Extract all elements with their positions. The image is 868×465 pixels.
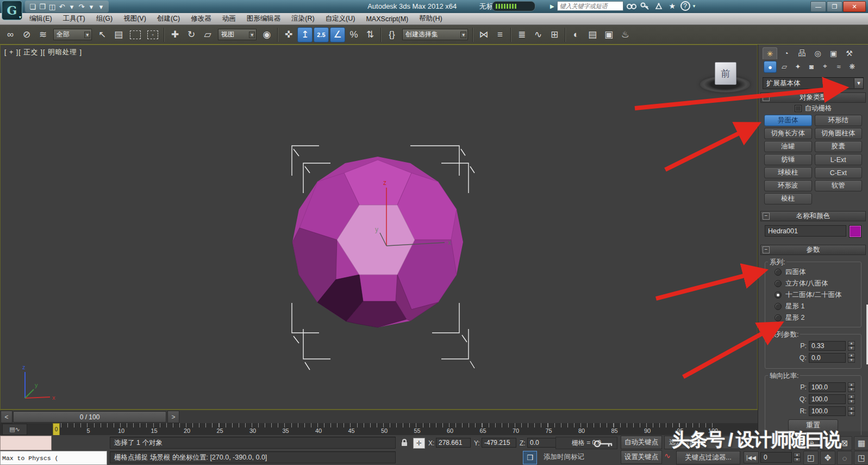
menu-item[interactable]: 创建(C) bbox=[152, 14, 185, 23]
zoom-icon[interactable]: ⊕ bbox=[803, 436, 819, 450]
menu-item[interactable]: 帮助(H) bbox=[414, 14, 447, 23]
use-pivot-center-icon[interactable]: ◉ bbox=[259, 27, 274, 42]
cat-helpers-icon[interactable]: ⌖ bbox=[819, 61, 831, 72]
maximize-viewport-icon[interactable]: ◳ bbox=[854, 451, 868, 465]
help-dropdown-icon[interactable]: ▾ bbox=[693, 3, 696, 9]
axis-r-field[interactable]: 100.0 bbox=[809, 406, 846, 416]
menu-item[interactable]: 工具(T) bbox=[58, 14, 91, 23]
radio-option[interactable]: 星形 1 bbox=[768, 301, 858, 312]
tab-modify-icon[interactable]: ◔ bbox=[779, 47, 793, 59]
layer-manager-icon[interactable]: ≣ bbox=[514, 27, 529, 42]
object-type-button[interactable]: 切角圆柱体 bbox=[815, 128, 863, 139]
menu-item[interactable]: 图形编辑器 bbox=[241, 14, 286, 23]
selection-lock-icon[interactable] bbox=[400, 438, 409, 447]
tab-hierarchy-icon[interactable]: 品 bbox=[795, 47, 809, 59]
subscription-key-icon[interactable] bbox=[640, 1, 651, 11]
snaps-toggle-icon[interactable]: 2.5 bbox=[314, 27, 329, 42]
add-time-tag[interactable]: 添加时间标记 bbox=[544, 452, 584, 462]
viewcube[interactable]: 前 bbox=[697, 60, 753, 94]
angle-snap-icon[interactable]: ∠ bbox=[330, 27, 345, 42]
undo-icon[interactable]: ↶ bbox=[58, 2, 66, 11]
communication-center-icon[interactable] bbox=[653, 1, 664, 11]
absolute-mode-icon[interactable]: ✛ bbox=[413, 438, 425, 449]
rollout-header-parameters[interactable]: − 参数 bbox=[760, 245, 866, 255]
cat-shapes-icon[interactable]: ▱ bbox=[778, 61, 790, 72]
collapse-icon[interactable]: − bbox=[763, 246, 770, 253]
minimize-button[interactable]: — bbox=[810, 1, 826, 12]
viewcube-front-face[interactable]: 前 bbox=[715, 62, 736, 85]
align-icon[interactable]: ≡ bbox=[492, 27, 508, 42]
time-marker[interactable]: 0 bbox=[53, 423, 60, 436]
qat-menu-icon[interactable]: ▾ bbox=[97, 2, 105, 11]
axis-r-spinner[interactable]: ▲▼ bbox=[848, 406, 855, 416]
object-type-button[interactable]: 棱柱 bbox=[764, 193, 812, 204]
tab-display-icon[interactable]: ▣ bbox=[827, 47, 840, 59]
viewport-label[interactable]: [ + ][ 正交 ][ 明暗处理 ] bbox=[4, 48, 82, 57]
subcategory-dropdown[interactable]: 扩展基本体 ▼ bbox=[763, 77, 864, 89]
render-production-icon[interactable]: ♨ bbox=[617, 27, 633, 42]
bind-to-space-warp-icon[interactable]: ≋ bbox=[35, 27, 51, 42]
object-type-button[interactable]: 切角长方体 bbox=[764, 128, 812, 139]
material-editor-icon[interactable]: ◐ bbox=[569, 27, 584, 42]
hedra-object[interactable] bbox=[292, 157, 463, 327]
select-and-rotate-icon[interactable]: ↻ bbox=[184, 27, 199, 42]
maxscript-listener-line[interactable]: Max to Physcs ( bbox=[0, 451, 107, 465]
radio-option[interactable]: 四面体 bbox=[768, 266, 858, 278]
frame-spinner[interactable]: ▲▼ bbox=[794, 452, 801, 462]
menu-item[interactable]: 修改器 bbox=[185, 14, 217, 23]
object-type-button[interactable]: 球棱柱 bbox=[764, 167, 812, 178]
collapse-icon[interactable]: − bbox=[763, 94, 770, 101]
axis-p-field[interactable]: 100.0 bbox=[809, 382, 846, 392]
p-spinner[interactable]: ▲▼ bbox=[848, 341, 855, 351]
radio-option[interactable]: 立方体/八面体 bbox=[768, 278, 858, 289]
tab-utilities-icon[interactable]: ⚒ bbox=[842, 47, 856, 59]
zoom-extents-icon[interactable]: ⊠ bbox=[837, 436, 852, 450]
autogrid-checkbox[interactable] bbox=[795, 105, 802, 112]
object-type-button[interactable]: 软管 bbox=[815, 180, 863, 191]
next-frame-button[interactable]: > bbox=[167, 411, 179, 423]
object-type-button[interactable]: L-Ext bbox=[815, 154, 863, 165]
axis-q-spinner[interactable]: ▲▼ bbox=[848, 394, 855, 404]
rendered-frame-icon[interactable]: ▣ bbox=[601, 27, 616, 42]
object-name-field[interactable]: Hedra001 bbox=[765, 225, 846, 237]
select-and-move-icon[interactable]: ✚ bbox=[167, 27, 183, 42]
object-type-button[interactable]: 环形波 bbox=[764, 180, 812, 191]
set-key-curve-icon[interactable]: ∿ bbox=[664, 451, 671, 460]
radio-option[interactable]: 星形 2 bbox=[768, 312, 858, 324]
time-slider[interactable]: 0 / 100 bbox=[13, 411, 166, 423]
key-filter-dropdown[interactable]: 选定对象 ▼ bbox=[664, 436, 745, 449]
dropdown-arrow-icon[interactable]: ▼ bbox=[854, 78, 863, 88]
set-key-button[interactable]: 设置关键点 bbox=[621, 450, 662, 464]
collapse-icon[interactable]: − bbox=[763, 213, 770, 220]
search-input[interactable] bbox=[557, 1, 623, 11]
p-value-field[interactable]: 0.33 bbox=[809, 341, 846, 351]
keyboard-shortcut-toggle-icon[interactable]: ↥ bbox=[297, 27, 313, 42]
current-frame-field[interactable]: 0 bbox=[760, 452, 792, 463]
select-object-icon[interactable]: ↖ bbox=[95, 27, 110, 42]
axis-p-spinner[interactable]: ▲▼ bbox=[848, 382, 855, 392]
object-type-button[interactable]: 纺锤 bbox=[764, 154, 812, 165]
window-crossing-icon[interactable]: ▫ bbox=[147, 30, 158, 39]
select-and-scale-icon[interactable]: ▱ bbox=[200, 27, 215, 42]
axis-q-field[interactable]: 100.0 bbox=[809, 394, 846, 404]
schematic-view-icon[interactable]: ⊞ bbox=[547, 27, 562, 42]
restore-button[interactable]: ❐ bbox=[827, 1, 842, 12]
redo-dropdown-icon[interactable]: ▾ bbox=[87, 2, 96, 11]
selection-filter-dropdown[interactable]: 全部▾ bbox=[53, 29, 92, 40]
menu-item[interactable]: 编辑(E) bbox=[24, 14, 58, 23]
mirror-icon[interactable]: ⋈ bbox=[476, 27, 491, 42]
object-type-button[interactable]: 胶囊 bbox=[815, 141, 863, 152]
isolate-selection-icon[interactable]: ❒ bbox=[523, 451, 537, 464]
redo-icon[interactable]: ↷ bbox=[77, 2, 86, 11]
help-icon[interactable]: ? bbox=[680, 1, 690, 11]
viewport[interactable]: [ + ][ 正交 ][ 明暗处理 ] z x bbox=[0, 45, 758, 410]
favorites-star-icon[interactable]: ★ bbox=[667, 1, 678, 11]
zoom-all-icon[interactable]: ⊞ bbox=[820, 436, 835, 450]
key-filters-button[interactable]: 关键点过滤器... bbox=[676, 451, 740, 464]
search-binoculars-icon[interactable] bbox=[626, 1, 637, 11]
unlink-selection-icon[interactable]: ⊘ bbox=[19, 27, 34, 42]
track-bar[interactable]: ▤∿ 0 51015202530354045505560657075808590… bbox=[0, 423, 758, 435]
save-file-icon[interactable]: ◫ bbox=[48, 2, 57, 11]
menu-item[interactable]: 自定义(U) bbox=[320, 14, 361, 23]
cat-geometry-icon[interactable]: ● bbox=[764, 61, 777, 73]
